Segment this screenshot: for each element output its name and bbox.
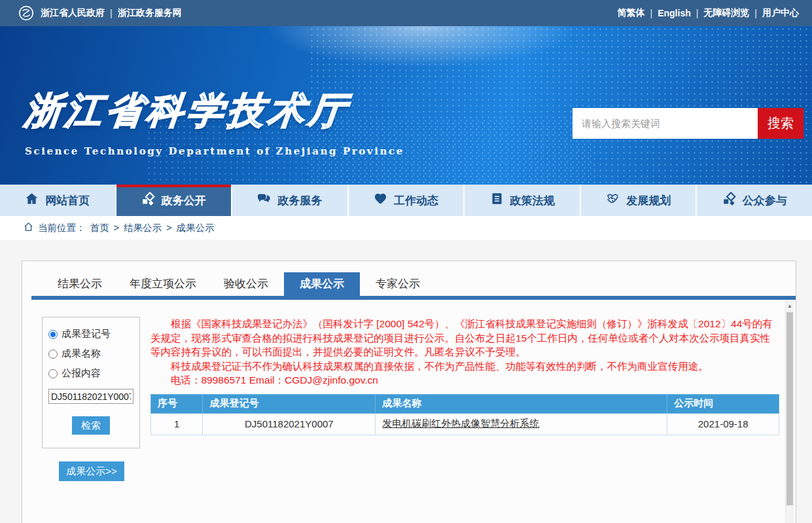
- filter-keyword-input[interactable]: [48, 389, 133, 404]
- content-panel: 结果公示 年度立项公示 验收公示 成果公示 专家公示 成果登记号 成果名称: [22, 261, 796, 523]
- topbar-separator: |: [650, 8, 653, 18]
- nav-label: 政务公开: [162, 193, 206, 208]
- topbar-separator: |: [696, 8, 699, 18]
- accessibility-link[interactable]: 无障碍浏览: [703, 7, 749, 19]
- search-button[interactable]: 搜索: [758, 108, 803, 139]
- header-publicity-date: 公示时间: [667, 394, 779, 413]
- site-title: 浙江省科学技术厅: [22, 86, 407, 136]
- site-banner: 浙江省科学技术厅 Science Technology Department o…: [0, 26, 812, 185]
- notice-contact-line: 电话：89986571 Email：CGDJ@zjinfo.gov.cn: [150, 373, 779, 388]
- cell-registration-number: DJ501182021Y0007: [203, 413, 376, 435]
- site-search: 搜索: [573, 108, 803, 139]
- nav-label: 发展规划: [626, 193, 671, 208]
- filter-search-button[interactable]: 检索: [72, 416, 110, 435]
- notice-paragraph-1: 根据《国家科技成果登记办法》（国科发计字 [2000] 542号）、《浙江省科技…: [150, 317, 779, 359]
- nav-label: 工作动态: [394, 193, 438, 208]
- nav-item-development-planning[interactable]: 发展规划: [580, 185, 696, 216]
- achievement-publicity-more-button[interactable]: 成果公示>>: [59, 461, 124, 481]
- radio-label: 公报内容: [62, 367, 101, 380]
- search-input[interactable]: [573, 108, 758, 139]
- handshake-icon: [606, 192, 620, 209]
- english-link[interactable]: English: [658, 8, 691, 18]
- breadcrumb-separator: >: [114, 223, 119, 233]
- nav-item-public-participation[interactable]: 公众参与: [696, 185, 812, 216]
- header-registration-number: 成果登记号: [203, 394, 376, 413]
- filter-box: 成果登记号 成果名称 公报内容 检索: [42, 317, 140, 448]
- user-center-link[interactable]: 用户中心: [762, 7, 799, 19]
- tab-achievement-publicity[interactable]: 成果公示: [284, 272, 360, 296]
- breadcrumb-prefix: 当前位置：: [38, 222, 86, 234]
- table-row: 1 DJ501182021Y0007 发电机碳刷红外热成像智慧分析系统 2021…: [151, 413, 779, 435]
- gov-open-icon: [141, 192, 155, 209]
- nav-item-policy-laws[interactable]: 政策法规: [463, 185, 580, 216]
- nav-item-gov-open[interactable]: 政务公开: [115, 185, 232, 216]
- main-content: 根据《国家科技成果登记办法》（国科发计字 [2000] 542号）、《浙江省科技…: [150, 317, 779, 481]
- cell-index: 1: [151, 413, 203, 435]
- tab-result-publicity[interactable]: 结果公示: [46, 272, 114, 296]
- nav-label: 政策法规: [510, 193, 555, 208]
- topbar-separator: |: [754, 8, 757, 18]
- nav-item-work-dynamics[interactable]: 工作动态: [347, 185, 464, 216]
- topbar-separator: |: [110, 8, 113, 18]
- breadcrumb-item-home[interactable]: 首页: [90, 222, 109, 234]
- document-icon: [490, 192, 504, 209]
- chat-icon: [257, 192, 271, 209]
- publicity-notice: 根据《国家科技成果登记办法》（国科发计字 [2000] 542号）、《浙江省科技…: [150, 317, 779, 388]
- nav-item-gov-service[interactable]: 政务服务: [231, 185, 347, 216]
- breadcrumb-item-results[interactable]: 结果公示: [124, 222, 162, 234]
- page-body: 结果公示 年度立项公示 验收公示 成果公示 专家公示 成果登记号 成果名称: [0, 240, 812, 523]
- breadcrumb-home-icon: [24, 222, 33, 234]
- radio-button-icon[interactable]: [48, 369, 58, 378]
- panel-scrollbar[interactable]: ▲: [785, 300, 794, 523]
- cell-publicity-date: 2021-09-18: [667, 413, 779, 435]
- nav-label: 网站首页: [45, 193, 90, 208]
- nav-label: 公众参与: [743, 193, 787, 208]
- radio-label: 成果登记号: [62, 328, 111, 340]
- tab-annual-project-publicity[interactable]: 年度立项公示: [118, 272, 208, 296]
- top-utility-bar: 浙江省人民政府 | 浙江政务服务网 简繁体 | English | 无障碍浏览 …: [0, 0, 812, 26]
- simplified-traditional-link[interactable]: 简繁体: [618, 7, 645, 19]
- main-navigation: 网站首页 政务公开 政务服务 工作动态: [0, 185, 812, 216]
- participation-icon: [722, 192, 736, 209]
- radio-registration-number[interactable]: 成果登记号: [48, 328, 133, 340]
- radio-label: 成果名称: [62, 348, 101, 360]
- scrollbar-thumb[interactable]: [786, 312, 793, 505]
- header-achievement-name: 成果名称: [376, 394, 667, 413]
- cell-achievement-name: 发电机碳刷红外热成像智慧分析系统: [376, 413, 667, 435]
- site-subtitle-english: Science Technology Department of Zhejian…: [25, 145, 404, 157]
- breadcrumb-item-achievements[interactable]: 成果公示: [176, 222, 214, 234]
- filter-column: 成果登记号 成果名称 公报内容 检索 成果公示>>: [42, 317, 145, 481]
- breadcrumb-separator: >: [166, 223, 171, 233]
- radio-achievement-name[interactable]: 成果名称: [48, 348, 133, 360]
- home-icon: [25, 192, 39, 209]
- service-portal-link[interactable]: 浙江政务服务网: [118, 7, 182, 19]
- radio-button-icon[interactable]: [48, 350, 58, 359]
- nav-label: 政务服务: [277, 193, 322, 208]
- tab-bar: 结果公示 年度立项公示 验收公示 成果公示 专家公示: [46, 272, 796, 296]
- radio-button-icon[interactable]: [48, 330, 58, 339]
- table-header-row: 序号 成果登记号 成果名称 公示时间: [151, 394, 779, 413]
- header-index: 序号: [151, 394, 203, 413]
- tab-expert-publicity[interactable]: 专家公示: [364, 272, 432, 296]
- achievement-table: 序号 成果登记号 成果名称 公示时间 1 DJ501182021Y0007 发电…: [150, 394, 779, 435]
- scrollbar-up-arrow-icon[interactable]: ▲: [786, 300, 794, 311]
- gov-portal-link[interactable]: 浙江省人民政府: [41, 7, 105, 19]
- nav-item-home[interactable]: 网站首页: [0, 185, 115, 216]
- heart-icon: [374, 192, 387, 209]
- breadcrumb: 当前位置： 首页 > 结果公示 > 成果公示: [0, 216, 812, 240]
- notice-paragraph-2: 科技成果登记证书不作为确认科技成果权属的直接依据，不作为产品性能、功能等有效性的…: [150, 359, 779, 374]
- tab-acceptance-publicity[interactable]: 验收公示: [212, 272, 280, 296]
- achievement-detail-link[interactable]: 发电机碳刷红外热成像智慧分析系统: [382, 418, 539, 429]
- radio-bulletin-content[interactable]: 公报内容: [48, 367, 133, 380]
- zhejiang-gov-logo-icon: [18, 5, 34, 21]
